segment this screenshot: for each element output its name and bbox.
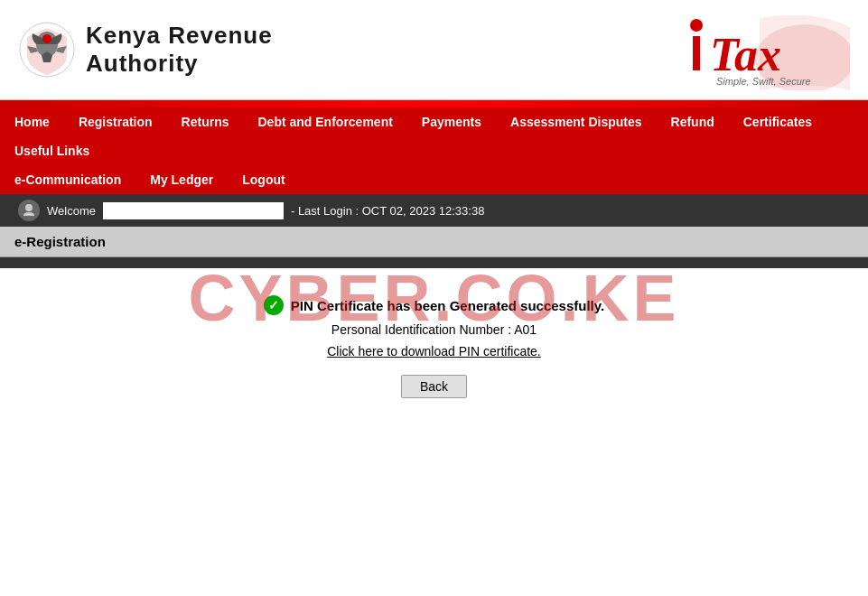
pin-label: Personal Identification Number : A01	[331, 322, 537, 337]
kra-name: Kenya Revenue Authority	[86, 22, 273, 78]
page-header: Kenya Revenue Authority Tax Simple, Swif…	[0, 0, 868, 100]
svg-point-4	[690, 19, 703, 32]
svg-rect-5	[693, 36, 700, 70]
kra-name-line2: Authority	[86, 50, 273, 78]
nav-debt-enforcement[interactable]: Debt and Enforcement	[244, 107, 407, 136]
main-navigation: Home Registration Returns Debt and Enfor…	[0, 107, 868, 194]
download-link[interactable]: Click here to download PIN certificate.	[327, 344, 541, 359]
svg-text:Simple, Swift, Secure: Simple, Swift, Secure	[716, 76, 811, 87]
nav-my-ledger[interactable]: My Ledger	[135, 165, 228, 194]
welcome-label: Welcome	[47, 204, 96, 218]
nav-home[interactable]: Home	[0, 107, 64, 136]
page-title: e-Registration	[14, 234, 106, 249]
page-title-bar: e-Registration	[0, 227, 868, 257]
itax-logo: Tax Simple, Swift, Secure	[669, 9, 850, 90]
nav-returns[interactable]: Returns	[167, 107, 244, 136]
nav-useful-links[interactable]: Useful Links	[0, 136, 104, 165]
last-login-text: - Last Login : OCT 02, 2023 12:33:38	[291, 204, 484, 218]
red-divider-bar	[0, 100, 868, 107]
nav-refund[interactable]: Refund	[657, 107, 729, 136]
success-check-icon: ✓	[264, 295, 284, 315]
svg-point-2	[42, 34, 51, 43]
kra-emblem-icon	[18, 21, 77, 79]
user-avatar-icon	[18, 200, 40, 221]
success-box: ✓ PIN Certificate has been Generated suc…	[0, 268, 868, 425]
nav-certificates[interactable]: Certificates	[729, 107, 826, 136]
kra-logo: Kenya Revenue Authority	[18, 21, 273, 79]
nav-e-communication[interactable]: e-Communication	[0, 165, 135, 194]
nav-assessment-disputes[interactable]: Assessment Disputes	[496, 107, 657, 136]
kra-name-line1: Kenya Revenue	[86, 22, 273, 50]
nav-payments[interactable]: Payments	[407, 107, 496, 136]
back-button[interactable]: Back	[401, 375, 467, 398]
success-content: ✓ PIN Certificate has been Generated suc…	[264, 295, 604, 398]
success-message: PIN Certificate has been Generated succe…	[291, 298, 604, 313]
main-content: e-Registration ✓ PIN Certificate has bee…	[0, 227, 868, 425]
svg-point-8	[25, 204, 33, 211]
nav-logout[interactable]: Logout	[228, 165, 299, 194]
svg-text:Tax: Tax	[710, 29, 781, 80]
username-input[interactable]	[103, 202, 284, 219]
welcome-bar: Welcome - Last Login : OCT 02, 2023 12:3…	[0, 194, 868, 227]
itax-logo-svg: Tax Simple, Swift, Secure	[669, 9, 850, 90]
success-header: ✓ PIN Certificate has been Generated suc…	[264, 295, 604, 315]
notification-bar	[0, 257, 868, 268]
pin-detail: Personal Identification Number : A01	[331, 322, 537, 337]
nav-registration[interactable]: Registration	[64, 107, 167, 136]
